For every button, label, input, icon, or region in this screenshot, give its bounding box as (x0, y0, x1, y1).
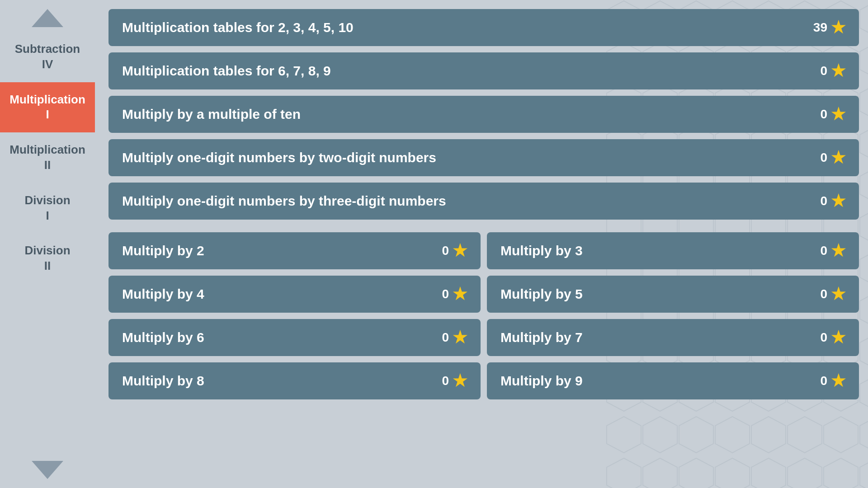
star-count: 0 (820, 374, 827, 388)
pair-lesson-rows: Multiply by 20★Multiply by 30★Multiply b… (108, 232, 859, 399)
lesson-label: Multiply one-digit numbers by two-digit … (122, 150, 436, 165)
star-count: 0 (820, 194, 827, 208)
lesson-pair-row: Multiply by 40★Multiply by 50★ (108, 276, 859, 313)
star-badge: 0★ (442, 371, 467, 390)
lesson-label: Multiply by a multiple of ten (122, 107, 301, 122)
full-lesson-rows: Multiplication tables for 2, 3, 4, 5, 10… (108, 9, 859, 220)
star-badge: 0★ (442, 328, 467, 347)
lesson-row-lesson-mult-tables-2-3-4-5-10: Multiplication tables for 2, 3, 4, 5, 10… (108, 9, 859, 46)
lesson-pair-row: Multiply by 20★Multiply by 30★ (108, 232, 859, 269)
sidebar-scroll-down[interactable] (32, 461, 63, 479)
star-badge: 0★ (820, 148, 845, 167)
lesson-label: Multiply by 2 (122, 243, 204, 258)
sidebar-item-division-i[interactable]: Division I (0, 183, 95, 234)
star-icon: ★ (453, 371, 467, 390)
lesson-label: Multiply one-digit numbers by three-digi… (122, 193, 446, 209)
star-icon: ★ (831, 328, 845, 347)
sidebar-item-subtraction-iv[interactable]: Subtraction IV (0, 32, 95, 82)
lesson-row-lesson-mult-tables-6-7-8-9: Multiplication tables for 6, 7, 8, 90★ (108, 52, 859, 89)
star-icon: ★ (831, 371, 845, 390)
star-icon: ★ (831, 18, 845, 37)
lesson-label: Multiplication tables for 2, 3, 4, 5, 10 (122, 20, 354, 35)
lesson-label: Multiply by 7 (500, 330, 583, 345)
sidebar-item-multiplication-i[interactable]: Multiplication I (0, 82, 95, 133)
lesson-mult-by-3[interactable]: Multiply by 30★ (487, 232, 859, 269)
lesson-label: Multiply by 9 (500, 373, 583, 389)
lesson-row-lesson-mult-one-three-digit: Multiply one-digit numbers by three-digi… (108, 183, 859, 220)
lesson-mult-by-9[interactable]: Multiply by 90★ (487, 362, 859, 399)
star-count: 0 (820, 64, 827, 78)
main-content: Multiplication tables for 2, 3, 4, 5, 10… (95, 0, 868, 488)
star-badge: 0★ (820, 328, 845, 347)
lesson-mult-one-two-digit[interactable]: Multiply one-digit numbers by two-digit … (108, 139, 859, 176)
lesson-label: Multiply by 6 (122, 330, 204, 345)
star-icon: ★ (831, 241, 845, 260)
star-badge: 0★ (820, 192, 845, 211)
star-count: 0 (820, 244, 827, 258)
star-icon: ★ (831, 105, 845, 124)
lesson-mult-tables-6-7-8-9[interactable]: Multiplication tables for 6, 7, 8, 90★ (108, 52, 859, 89)
star-count: 0 (442, 374, 449, 388)
lesson-mult-by-4[interactable]: Multiply by 40★ (108, 276, 481, 313)
star-icon: ★ (831, 148, 845, 167)
star-icon: ★ (831, 61, 845, 80)
star-count: 0 (442, 330, 449, 345)
star-icon: ★ (453, 328, 467, 347)
lesson-row-lesson-mult-one-two-digit: Multiply one-digit numbers by two-digit … (108, 139, 859, 176)
lesson-label: Multiply by 5 (500, 286, 583, 302)
star-badge: 39★ (813, 18, 845, 37)
star-count: 0 (820, 330, 827, 345)
star-badge: 0★ (442, 285, 467, 304)
star-count: 0 (820, 287, 827, 301)
lesson-row-lesson-mult-multiple-ten: Multiply by a multiple of ten0★ (108, 96, 859, 133)
lesson-mult-tables-2-3-4-5-10[interactable]: Multiplication tables for 2, 3, 4, 5, 10… (108, 9, 859, 46)
sidebar: Subtraction IVMultiplication IMultiplica… (0, 0, 95, 488)
lesson-mult-one-three-digit[interactable]: Multiply one-digit numbers by three-digi… (108, 183, 859, 220)
star-icon: ★ (831, 285, 845, 304)
star-count: 0 (442, 287, 449, 301)
star-badge: 0★ (442, 241, 467, 260)
star-count: 0 (820, 107, 827, 122)
lesson-label: Multiplication tables for 6, 7, 8, 9 (122, 63, 331, 79)
lesson-mult-multiple-ten[interactable]: Multiply by a multiple of ten0★ (108, 96, 859, 133)
lesson-pair-row: Multiply by 60★Multiply by 70★ (108, 319, 859, 356)
lesson-label: Multiply by 8 (122, 373, 204, 389)
lesson-mult-by-2[interactable]: Multiply by 20★ (108, 232, 481, 269)
lesson-mult-by-8[interactable]: Multiply by 80★ (108, 362, 481, 399)
lesson-mult-by-6[interactable]: Multiply by 60★ (108, 319, 481, 356)
star-badge: 0★ (820, 285, 845, 304)
star-badge: 0★ (820, 371, 845, 390)
lesson-label: Multiply by 4 (122, 286, 204, 302)
star-icon: ★ (831, 192, 845, 211)
star-count: 39 (813, 20, 827, 35)
lesson-mult-by-7[interactable]: Multiply by 70★ (487, 319, 859, 356)
lesson-pair-row: Multiply by 80★Multiply by 90★ (108, 362, 859, 399)
star-badge: 0★ (820, 61, 845, 80)
star-count: 0 (820, 150, 827, 165)
star-badge: 0★ (820, 241, 845, 260)
sidebar-items-list: Subtraction IVMultiplication IMultiplica… (0, 32, 95, 456)
lesson-mult-by-5[interactable]: Multiply by 50★ (487, 276, 859, 313)
star-count: 0 (442, 244, 449, 258)
sidebar-item-multiplication-ii[interactable]: Multiplication II (0, 132, 95, 183)
lesson-label: Multiply by 3 (500, 243, 583, 258)
star-icon: ★ (453, 241, 467, 260)
star-icon: ★ (453, 285, 467, 304)
sidebar-scroll-up[interactable] (32, 9, 63, 27)
sidebar-item-division-ii[interactable]: Division II (0, 233, 95, 284)
star-badge: 0★ (820, 105, 845, 124)
